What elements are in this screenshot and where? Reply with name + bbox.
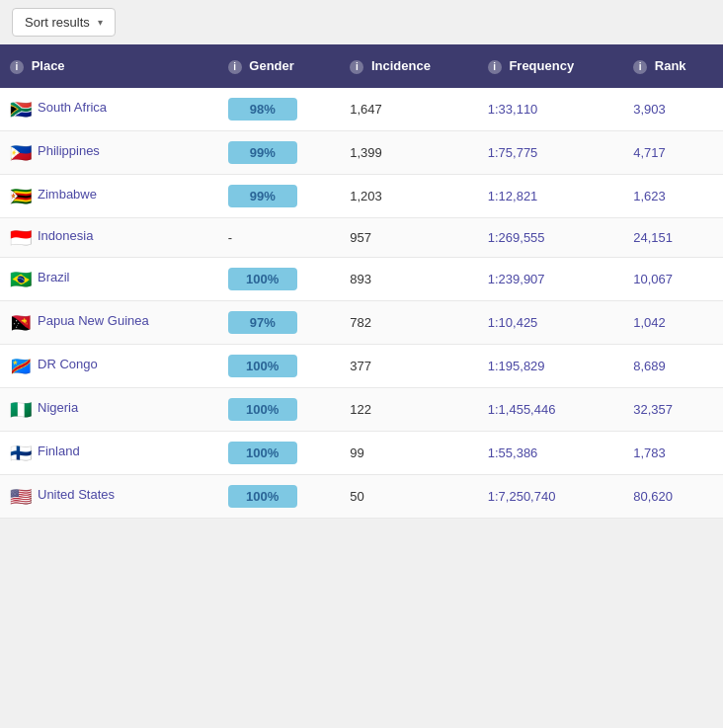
frequency-value: 1:7,250,740 [488,489,556,504]
country-flag: 🇿🇼 [10,188,32,205]
incidence-cell: 893 [340,257,477,300]
incidence-value: 957 [350,230,371,245]
frequency-cell: 1:195,829 [478,344,623,387]
frequency-value: 1:1,455,446 [488,402,556,417]
sort-label: Sort results [25,15,90,30]
country-flag: 🇵🇭 [10,144,32,162]
incidence-value: 99 [350,445,363,460]
frequency-value: 1:195,829 [488,359,545,373]
country-name[interactable]: Nigeria [38,400,78,417]
incidence-value: 122 [350,402,371,417]
frequency-value: 1:10,425 [488,315,538,330]
place-cell: 🇿🇦 South Africa [0,88,218,131]
country-flag: 🇺🇸 [10,488,32,506]
country-name[interactable]: Brazil [38,270,70,286]
rank-value: 1,783 [633,445,666,460]
gender-cell: 100% [218,257,341,300]
place-cell: 🇳🇬 Nigeria [0,387,218,431]
rank-value: 1,042 [633,315,666,330]
place-cell: 🇵🇬 Papua New Guinea [0,300,218,344]
gender-cell: 99% [218,174,341,217]
rank-cell: 10,067 [623,257,723,300]
rank-cell: 32,357 [623,387,723,431]
country-name[interactable]: Papua New Guinea [38,313,149,330]
col-header-incidence: i Incidence [340,44,477,88]
country-name[interactable]: Indonesia [38,228,93,245]
col-header-place: i Place [0,44,218,88]
info-icon-rank: i [633,60,647,74]
incidence-cell: 1,203 [340,174,477,217]
gender-cell: 99% [218,130,341,174]
incidence-cell: 1,399 [340,130,477,174]
rank-cell: 1,042 [623,300,723,344]
frequency-cell: 1:55,386 [478,431,623,474]
frequency-cell: 1:269,555 [478,217,623,257]
place-cell: 🇿🇼 Zimbabwe [0,174,218,217]
country-name[interactable]: Philippines [38,143,100,160]
gender-cell: 100% [218,387,341,431]
place-cell: 🇨🇩 DR Congo [0,344,218,387]
incidence-cell: 50 [340,474,477,518]
frequency-cell: 1:239,907 [478,257,623,300]
rank-value: 3,903 [633,102,666,117]
info-icon-place: i [10,60,24,74]
table-row: 🇺🇸 United States 100%501:7,250,74080,620 [0,474,723,518]
table-row: 🇧🇷 Brazil 100%8931:239,90710,067 [0,257,723,300]
incidence-value: 1,399 [350,145,382,160]
frequency-value: 1:75,775 [488,145,538,160]
gender-bar: 100% [228,485,297,508]
table-row: 🇿🇼 Zimbabwe 99%1,2031:12,8211,623 [0,174,723,217]
top-bar: Sort results ▾ [0,0,723,44]
country-flag: 🇮🇩 [10,229,32,247]
place-cell: 🇫🇮 Finland [0,431,218,474]
frequency-cell: 1:33,110 [478,88,623,131]
place-cell: 🇵🇭 Philippines [0,130,218,174]
country-name[interactable]: United States [38,487,115,504]
incidence-value: 893 [350,272,371,286]
info-icon-incidence: i [350,60,363,74]
table-header-row: i Place i Gender i Incidence i Frequency… [0,44,723,88]
country-name[interactable]: South Africa [38,100,107,117]
gender-cell: 97% [218,300,341,344]
rank-cell: 4,717 [623,130,723,174]
table-row: 🇳🇬 Nigeria 100%1221:1,455,44632,357 [0,387,723,431]
rank-value: 32,357 [633,402,673,417]
incidence-value: 1,203 [350,189,382,203]
incidence-value: 1,647 [350,102,382,117]
gender-cell: 100% [218,344,341,387]
gender-cell: 98% [218,88,341,131]
gender-cell: 100% [218,474,341,518]
country-name[interactable]: Zimbabwe [38,187,97,203]
incidence-value: 50 [350,489,363,504]
country-name[interactable]: Finland [38,444,80,460]
incidence-cell: 782 [340,300,477,344]
gender-cell: - [218,217,341,257]
rank-value: 80,620 [633,489,673,504]
country-flag: 🇵🇬 [10,314,32,332]
country-flag: 🇳🇬 [10,401,32,419]
incidence-cell: 377 [340,344,477,387]
place-cell: 🇺🇸 United States [0,474,218,518]
sort-button[interactable]: Sort results ▾ [12,8,116,37]
rank-cell: 1,623 [623,174,723,217]
incidence-value: 377 [350,359,371,373]
incidence-cell: 1,647 [340,88,477,131]
rank-value: 4,717 [633,145,666,160]
frequency-cell: 1:7,250,740 [478,474,623,518]
rank-cell: 24,151 [623,217,723,257]
gender-bar: 100% [228,355,297,377]
frequency-cell: 1:12,821 [478,174,623,217]
info-icon-gender: i [228,60,242,74]
col-header-gender: i Gender [218,44,341,88]
chevron-down-icon: ▾ [98,17,103,28]
table-row: 🇿🇦 South Africa 98%1,6471:33,1103,903 [0,88,723,131]
incidence-cell: 122 [340,387,477,431]
gender-bar: 99% [228,141,297,164]
country-name[interactable]: DR Congo [38,357,98,373]
table-row: 🇵🇭 Philippines 99%1,3991:75,7754,717 [0,130,723,174]
table-row: 🇮🇩 Indonesia -9571:269,55524,151 [0,217,723,257]
gender-cell: 100% [218,431,341,474]
incidence-value: 782 [350,315,371,330]
frequency-value: 1:33,110 [488,102,538,117]
rank-value: 1,623 [633,189,666,203]
